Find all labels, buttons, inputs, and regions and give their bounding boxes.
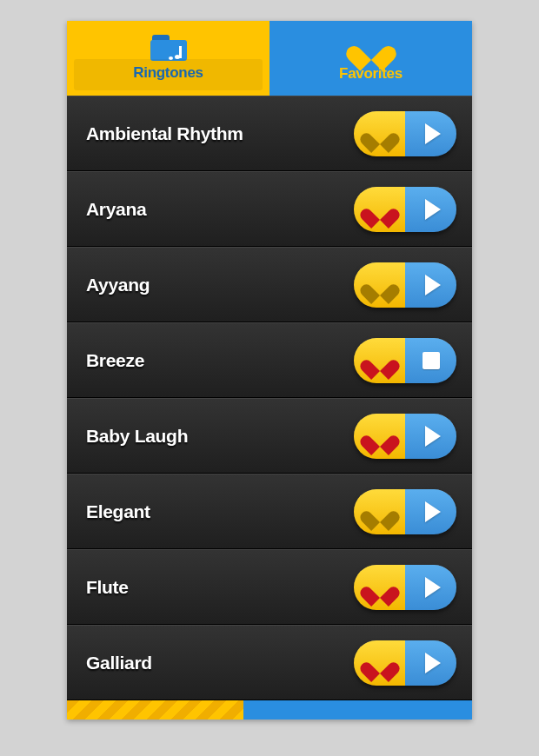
play-button[interactable]	[405, 111, 456, 156]
ringtone-list: Ambiental RhythmAryanaAyyangBreezeBaby L…	[67, 96, 472, 700]
ringtone-title: Elegant	[86, 501, 150, 522]
ringtone-title: Aryana	[86, 199, 146, 220]
heart-icon	[369, 579, 391, 600]
heart-icon	[369, 201, 391, 222]
favorite-button[interactable]	[354, 414, 405, 459]
heart-icon	[369, 125, 391, 146]
heart-icon	[369, 654, 391, 675]
action-pill	[354, 640, 456, 686]
list-item: Ayyang	[67, 247, 472, 322]
footer-stripes	[67, 700, 243, 720]
ringtone-title: Flute	[86, 577, 129, 598]
tab-ringtones-label: Ringtones	[133, 64, 203, 82]
play-button[interactable]	[405, 262, 456, 308]
list-item: Flute	[67, 549, 472, 625]
favorite-button[interactable]	[354, 565, 405, 610]
play-button[interactable]	[405, 489, 456, 534]
favorite-button[interactable]	[354, 187, 405, 232]
play-icon	[425, 123, 441, 144]
action-pill	[354, 565, 456, 610]
play-icon	[425, 199, 441, 220]
ringtone-title: Baby Laugh	[86, 426, 188, 447]
ringtone-title: Ayyang	[86, 275, 150, 295]
action-pill	[354, 111, 456, 156]
action-pill	[354, 187, 456, 232]
list-item: Galliard	[67, 625, 472, 700]
action-pill	[354, 262, 456, 308]
list-item: Breeze	[67, 322, 472, 398]
favorite-button[interactable]	[354, 640, 405, 686]
action-pill	[354, 489, 456, 534]
ringtone-title: Breeze	[86, 350, 144, 371]
action-pill	[354, 414, 456, 459]
app-window: Ringtones Favorites Ambiental RhythmArya…	[67, 21, 472, 720]
list-item: Aryana	[67, 171, 472, 247]
list-item: Ambiental Rhythm	[67, 96, 472, 171]
favorite-button[interactable]	[354, 338, 405, 383]
folder-music-icon	[150, 35, 187, 61]
play-icon	[425, 501, 441, 522]
heart-icon	[369, 428, 391, 448]
footer-solid	[243, 700, 472, 720]
ringtone-title: Ambiental Rhythm	[86, 123, 243, 144]
heart-icon	[356, 36, 386, 62]
play-icon	[425, 426, 441, 447]
play-button[interactable]	[405, 187, 456, 232]
tab-favorites-label: Favorites	[339, 65, 403, 83]
list-item: Baby Laugh	[67, 398, 472, 474]
tab-ringtones[interactable]: Ringtones	[67, 21, 270, 96]
favorite-button[interactable]	[354, 489, 405, 534]
play-icon	[425, 275, 441, 295]
play-icon	[425, 577, 441, 598]
play-button[interactable]	[405, 414, 456, 459]
play-button[interactable]	[405, 565, 456, 610]
favorite-button[interactable]	[354, 262, 405, 308]
stop-icon	[423, 352, 440, 369]
tab-favorites[interactable]: Favorites	[270, 21, 472, 96]
heart-icon	[369, 503, 391, 524]
action-pill	[354, 338, 456, 383]
favorite-button[interactable]	[354, 111, 405, 156]
play-icon	[425, 653, 441, 673]
list-item: Elegant	[67, 474, 472, 549]
play-button[interactable]	[405, 640, 456, 686]
heart-icon	[369, 352, 391, 373]
footer-bar	[67, 700, 472, 720]
tab-bar: Ringtones Favorites	[67, 21, 472, 96]
stop-button[interactable]	[405, 338, 456, 383]
heart-icon	[369, 276, 391, 297]
ringtone-title: Galliard	[86, 653, 152, 673]
